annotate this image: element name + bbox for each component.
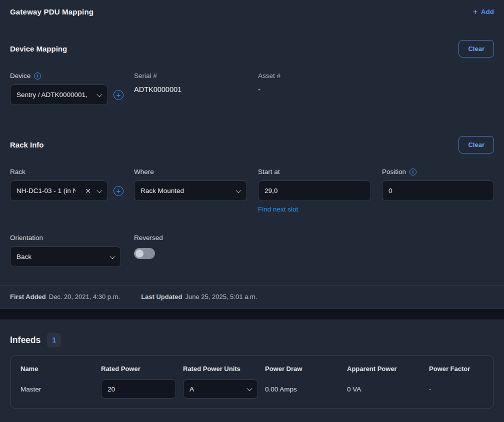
rack-info-clear-button[interactable]: Clear	[458, 136, 494, 154]
chevron-down-icon	[110, 253, 115, 258]
orientation-select-value: Back	[16, 253, 32, 260]
position-info-icon[interactable]: i	[410, 168, 416, 176]
find-next-slot-link[interactable]: Find next slot	[258, 206, 298, 213]
position-field-group: Position i	[382, 168, 494, 214]
device-mapping-title: Device Mapping	[10, 44, 67, 53]
rated-power-units-cell: A	[183, 380, 265, 398]
rated-power-cell	[101, 380, 183, 398]
device-field-group: Device i Sentry / ADTK0000001, +	[10, 72, 134, 105]
infeeds-table-header: Name Rated Power Rated Power Units Power…	[10, 356, 494, 372]
reversed-label: Reversed	[134, 234, 258, 242]
asset-field-group: Asset # -	[258, 72, 382, 105]
start-at-label: Start at	[258, 168, 382, 176]
first-added-label: First Added	[10, 293, 46, 300]
position-control-line	[382, 180, 494, 201]
last-updated-label: Last Updated	[141, 293, 182, 300]
orientation-select[interactable]: Back	[10, 246, 121, 267]
infeeds-title: Infeeds	[10, 335, 40, 346]
position-label-line: Position i	[382, 168, 494, 176]
device-mapping-clear-button[interactable]: Clear	[458, 40, 494, 58]
orientation-control-line: Back	[10, 246, 134, 267]
where-select[interactable]: Rack Mounted	[134, 180, 247, 201]
column-header-rated-power-units: Rated Power Units	[183, 365, 265, 372]
position-input[interactable]	[382, 180, 494, 201]
apparent-power-value: 0 VA	[347, 386, 429, 393]
power-draw-value: 0.00 Amps	[265, 386, 347, 393]
where-select-value: Rack Mounted	[140, 187, 184, 194]
device-info-icon[interactable]: i	[34, 72, 41, 80]
add-rack-icon[interactable]: +	[114, 186, 124, 196]
column-header-power-factor: Power Factor	[429, 365, 494, 372]
asset-value: -	[258, 86, 382, 94]
record-meta-footer: First Added Dec. 20, 2021, 4:30 p.m. Las…	[0, 285, 504, 308]
table-row: Master A 0.00 Amps 0 VA -	[10, 380, 494, 408]
orientation-field-group: Orientation Back	[10, 234, 134, 267]
serial-field-group: Serial # ADTK0000001	[134, 72, 258, 105]
chevron-down-icon	[236, 187, 241, 192]
start-at-control-line	[258, 180, 382, 201]
device-control-line: Sentry / ADTK0000001, +	[10, 84, 134, 105]
add-device-icon[interactable]: +	[114, 90, 124, 100]
rack-select-icons: ✕	[85, 188, 102, 194]
rack-label: Rack	[10, 168, 134, 176]
column-header-apparent-power: Apparent Power	[347, 365, 429, 372]
panel-header: Gateway PDU Mapping + Add	[10, 0, 494, 16]
chevron-down-icon	[246, 386, 252, 391]
power-factor-value: -	[429, 386, 494, 393]
orientation-fields: Orientation Back Reversed	[10, 234, 494, 267]
where-control-line: Rack Mounted	[134, 180, 258, 201]
position-label: Position	[382, 168, 406, 176]
first-added-item: First Added Dec. 20, 2021, 4:30 p.m.	[10, 293, 120, 300]
plus-icon: +	[473, 8, 478, 16]
first-added-value: Dec. 20, 2021, 4:30 p.m.	[49, 293, 120, 300]
rack-info-title: Rack Info	[10, 140, 44, 149]
orientation-label: Orientation	[10, 234, 134, 242]
infeed-name-value: Master	[20, 386, 101, 393]
serial-label: Serial #	[134, 72, 258, 80]
rack-info-fields: Rack NH-DC1-03 - 1 (in NH ✕ + Where Rack…	[10, 168, 494, 214]
last-updated-item: Last Updated June 25, 2025, 5:01 a.m.	[141, 293, 257, 300]
page-title: Gateway PDU Mapping	[10, 8, 94, 16]
rack-info-header: Rack Info Clear	[10, 136, 494, 154]
asset-label: Asset #	[258, 72, 382, 80]
reversed-control-line	[134, 246, 258, 259]
column-header-power-draw: Power Draw	[265, 365, 347, 372]
add-button-label: Add	[481, 8, 494, 16]
gateway-pdu-mapping-panel: Gateway PDU Mapping + Add Device Mapping…	[0, 0, 504, 308]
clear-selection-icon[interactable]: ✕	[85, 188, 91, 194]
infeeds-header: Infeeds 1	[10, 320, 494, 347]
rack-select[interactable]: NH-DC1-03 - 1 (in NH ✕	[10, 180, 108, 201]
device-mapping-fields: Device i Sentry / ADTK0000001, + Serial …	[10, 72, 494, 105]
rack-field-group: Rack NH-DC1-03 - 1 (in NH ✕ +	[10, 168, 134, 214]
section-divider	[0, 308, 504, 320]
device-mapping-header: Device Mapping Clear	[10, 40, 494, 58]
column-header-name: Name	[20, 365, 101, 372]
infeeds-count-badge: 1	[47, 333, 61, 347]
device-label-line: Device i	[10, 72, 134, 80]
where-field-group: Where Rack Mounted	[134, 168, 258, 214]
add-button[interactable]: + Add	[473, 8, 494, 16]
rated-power-input[interactable]	[101, 380, 176, 398]
serial-value: ADTK0000001	[134, 86, 258, 94]
device-label: Device	[10, 72, 30, 80]
reversed-field-group: Reversed	[134, 234, 258, 267]
rated-power-units-select[interactable]: A	[183, 380, 258, 398]
infeeds-panel: Infeeds 1 Name Rated Power Rated Power U…	[0, 320, 504, 422]
device-select[interactable]: Sentry / ADTK0000001,	[10, 84, 108, 105]
rack-select-value: NH-DC1-03 - 1 (in NH	[16, 187, 76, 194]
start-at-field-group: Start at Find next slot	[258, 168, 382, 214]
infeeds-table: Name Rated Power Rated Power Units Power…	[10, 356, 494, 408]
last-updated-value: June 25, 2025, 5:01 a.m.	[185, 293, 257, 300]
rack-control-line: NH-DC1-03 - 1 (in NH ✕ +	[10, 180, 134, 201]
toggle-knob-icon	[136, 250, 144, 258]
start-at-input[interactable]	[258, 180, 371, 201]
rated-power-units-value: A	[190, 386, 194, 393]
where-label: Where	[134, 168, 258, 176]
reversed-toggle[interactable]	[134, 248, 155, 259]
device-select-value: Sentry / ADTK0000001,	[16, 91, 88, 98]
column-header-rated-power: Rated Power	[101, 365, 183, 372]
chevron-down-icon	[96, 187, 102, 192]
chevron-down-icon	[96, 91, 102, 96]
